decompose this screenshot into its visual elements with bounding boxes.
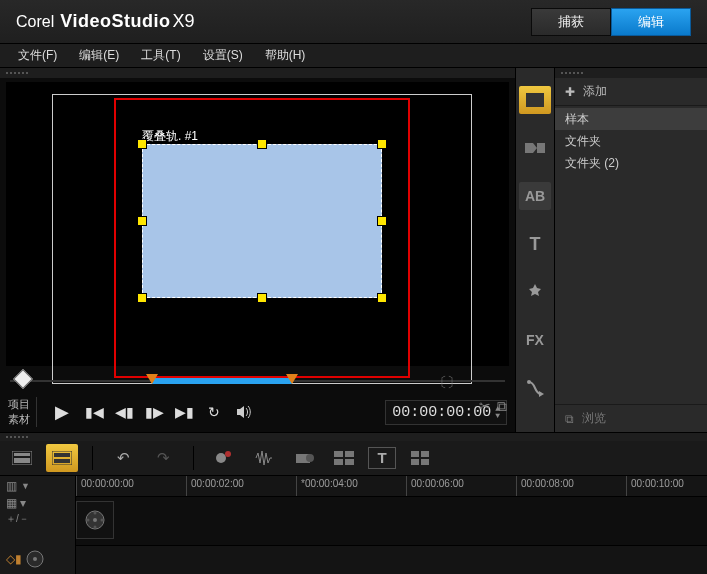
timeline-clip[interactable]	[76, 501, 114, 539]
overlay-track[interactable]	[76, 545, 707, 574]
library-folder-item[interactable]: 文件夹 (2)	[555, 152, 707, 174]
category-fx-icon[interactable]: FX	[519, 326, 551, 354]
svg-rect-4	[537, 143, 545, 153]
category-media-icon[interactable]	[519, 86, 551, 114]
audio-mixer-button[interactable]	[248, 444, 280, 472]
resize-handle-sw[interactable]	[137, 293, 147, 303]
library-add-label: 添加	[583, 83, 607, 100]
ruler-tick: 00:00:10:00	[626, 476, 688, 496]
track-options-icon[interactable]: ▥	[6, 479, 17, 493]
library-add-button[interactable]: ✚ 添加	[555, 78, 707, 106]
play-button[interactable]: ▶	[47, 397, 77, 427]
prev-frame-button[interactable]: ◀▮	[111, 399, 137, 425]
track-add-icon[interactable]: ＋/－	[6, 512, 29, 526]
menu-tools[interactable]: 工具(T)	[133, 45, 188, 66]
category-transition-icon[interactable]	[519, 134, 551, 162]
plus-icon: ✚	[565, 85, 575, 99]
library-panel-grip[interactable]	[555, 68, 707, 78]
category-path-icon[interactable]	[519, 374, 551, 402]
svg-rect-10	[54, 453, 70, 457]
timeline-view-button[interactable]	[46, 444, 78, 472]
menu-settings[interactable]: 设置(S)	[195, 45, 251, 66]
expand-preview-icon[interactable]: ⧉	[497, 398, 507, 415]
title-track-button[interactable]: T	[368, 447, 396, 469]
track-options-dropdown-icon[interactable]: ▼	[21, 481, 30, 491]
timeline-ruler[interactable]: 00:00:00:00 00:00:02:00 *00:00:04:00 00:…	[76, 476, 707, 496]
menu-edit[interactable]: 编辑(E)	[71, 45, 127, 66]
resize-handle-ne[interactable]	[377, 139, 387, 149]
svg-rect-20	[411, 451, 419, 457]
go-start-button[interactable]: ▮◀	[81, 399, 107, 425]
mark-out-handle[interactable]	[286, 374, 298, 384]
track-manager-button[interactable]	[404, 444, 436, 472]
overlay-clip[interactable]	[142, 144, 382, 298]
mode-project-label[interactable]: 项目	[8, 397, 30, 412]
volume-button[interactable]	[231, 399, 257, 425]
auto-music-button[interactable]	[288, 444, 320, 472]
timecode-value: 00:00:00:00	[392, 404, 491, 421]
record-button[interactable]	[208, 444, 240, 472]
svg-rect-22	[411, 459, 419, 465]
menu-help[interactable]: 帮助(H)	[257, 45, 314, 66]
preview-canvas[interactable]: 覆叠轨. #1	[6, 82, 509, 366]
svg-rect-7	[14, 453, 30, 456]
svg-point-26	[94, 511, 97, 514]
resize-handle-se[interactable]	[377, 293, 387, 303]
mark-in-handle[interactable]	[146, 374, 158, 384]
overlay-track-label: 覆叠轨. #1	[142, 128, 198, 145]
multi-cam-button[interactable]	[328, 444, 360, 472]
video-track[interactable]	[76, 496, 707, 545]
category-title-icon[interactable]: AB	[519, 182, 551, 210]
overlay-reel-icon[interactable]	[26, 550, 44, 568]
scrub-selection[interactable]	[152, 378, 292, 384]
track-visibility-icon[interactable]: ▦ ▾	[6, 496, 26, 510]
redo-button[interactable]: ↷	[147, 444, 179, 472]
timeline-toolbar: ↶ ↷ T	[0, 441, 707, 476]
library-folder-item[interactable]: 文件夹	[555, 130, 707, 152]
storyboard-view-button[interactable]	[6, 444, 38, 472]
mode-clip-label[interactable]: 素材	[8, 412, 30, 427]
svg-rect-18	[334, 459, 343, 465]
resize-handle-e[interactable]	[377, 216, 387, 226]
overlay-track-icon[interactable]: ◇▮	[6, 552, 22, 566]
overlay-track-header: ◇▮	[0, 545, 76, 574]
library-browse-button[interactable]: ⧉ 浏览	[555, 404, 707, 432]
panel-grip[interactable]	[0, 68, 515, 78]
svg-point-29	[101, 518, 104, 521]
scrub-playhead[interactable]	[13, 369, 33, 389]
mode-edit-tab[interactable]: 编辑	[611, 8, 691, 36]
brand-corel: Corel	[16, 13, 54, 31]
menu-bar: 文件(F) 编辑(E) 工具(T) 设置(S) 帮助(H)	[0, 44, 707, 68]
repeat-button[interactable]: ↻	[201, 399, 227, 425]
svg-rect-19	[345, 459, 354, 465]
scrub-bar[interactable]: 〔 〕	[10, 370, 505, 392]
preview-pane: 覆叠轨. #1 〔 〕 ✂ ⧉	[0, 68, 515, 432]
mode-capture-tab[interactable]: 捕获	[531, 8, 611, 36]
category-text-icon[interactable]: T	[519, 230, 551, 258]
library-folder-item[interactable]: 样本	[555, 108, 707, 130]
svg-rect-1	[526, 93, 544, 95]
resize-handle-nw[interactable]	[137, 139, 147, 149]
go-end-button[interactable]: ▶▮	[171, 399, 197, 425]
track-header: ▦ ▾ ＋/－	[0, 496, 76, 545]
brand-version: X9	[172, 11, 194, 32]
menu-file[interactable]: 文件(F)	[10, 45, 65, 66]
resize-handle-s[interactable]	[257, 293, 267, 303]
brand-product: VideoStudio	[60, 11, 170, 32]
ruler-tick: *00:00:04:00	[296, 476, 362, 496]
undo-button[interactable]: ↶	[107, 444, 139, 472]
category-graphics-icon[interactable]	[519, 278, 551, 306]
resize-handle-w[interactable]	[137, 216, 147, 226]
library-category-toolbar: AB T FX	[516, 68, 554, 432]
svg-point-5	[527, 380, 531, 384]
svg-rect-2	[526, 105, 544, 107]
split-clip-icon[interactable]: ✂	[479, 398, 491, 415]
next-frame-button[interactable]: ▮▶	[141, 399, 167, 425]
svg-point-13	[225, 451, 231, 457]
timeline-panel-grip[interactable]	[0, 433, 707, 441]
svg-point-15	[306, 454, 314, 462]
library-browse-label: 浏览	[582, 410, 606, 427]
library-pane: AB T FX ✚ 添加 样本 文件夹 文件夹 (2)	[515, 68, 707, 432]
resize-handle-n[interactable]	[257, 139, 267, 149]
ruler-tick: 00:00:08:00	[516, 476, 578, 496]
